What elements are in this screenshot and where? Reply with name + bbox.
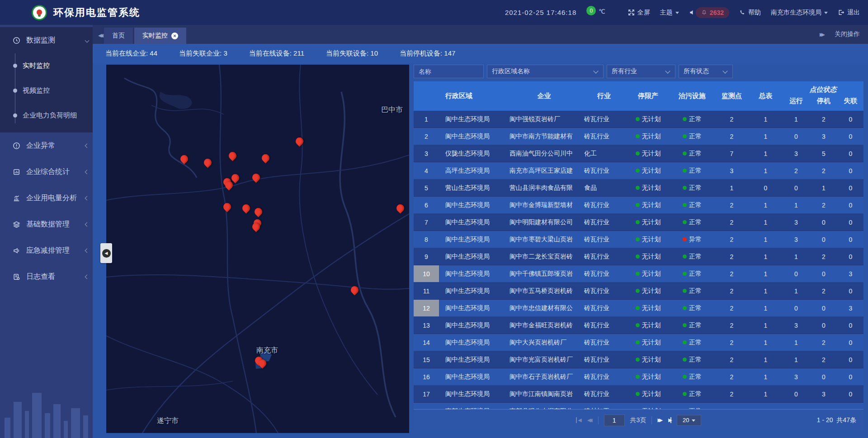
cell-production-status: 无计划 (627, 231, 670, 248)
table-row[interactable]: 4高坪生态环境局南充市高坪区王家店建砖瓦行业无计划正常31220 (414, 162, 863, 179)
table-row[interactable]: 10阆中生态环境局阆中千佛镇五郎垭页岩砖瓦行业无计划正常21003 (414, 265, 863, 283)
sidebar-item-label: 日志查看 (26, 272, 55, 282)
page-input[interactable] (604, 414, 625, 426)
table-row[interactable]: 9阆中生态环境局阆中市二龙长宝页岩砖砖瓦行业无计划正常21120 (414, 248, 863, 265)
cell-total: 1 (749, 145, 783, 162)
col-facility: 治污设施 (670, 81, 715, 111)
notification-count: 2632 (710, 9, 724, 16)
close-operations-button[interactable]: ▶▶ 关闭操作 (820, 30, 868, 44)
table-row[interactable]: 5营山生态环境局营山县润丰肉食品有限食品无计划正常10010 (414, 179, 863, 197)
sidebar-item-power-analysis[interactable]: 企业用电量分析 (0, 185, 93, 211)
chevron-down-icon (692, 419, 695, 422)
cell-lost: 0 (838, 231, 863, 248)
table-row[interactable]: 15阆中生态环境局阆中市光富页岩机砖厂砖瓦行业无计划正常21120 (414, 351, 863, 368)
page-first-button[interactable]: ◀ (576, 417, 581, 423)
table-row[interactable]: 17阆中生态环境局阆中市江南镇阆南页岩砖瓦行业无计划正常21030 (414, 386, 863, 403)
table-row[interactable]: 14阆中生态环境局阆中大兴页岩机砖厂砖瓦行业无计划正常21120 (414, 334, 863, 351)
table-row[interactable]: 11阆中生态环境局阆中市五马桥页岩机砖砖瓦行业无计划正常21120 (414, 283, 863, 300)
stats-bar: 当前在线企业: 44 当前失联企业: 3 当前在线设备: 211 当前失联设备:… (93, 44, 868, 63)
cell-stop: 2 (810, 403, 838, 409)
row-number: 15 (414, 351, 439, 368)
sidebar-item-enterprise-statistics[interactable]: 企业综合统计 (0, 159, 93, 185)
status-dot-green (683, 151, 687, 155)
table-row[interactable]: 12阆中生态环境局阆中市忠信建材有限公砖瓦行业无计划正常21003 (414, 300, 863, 317)
status-text: 正常 (689, 356, 702, 364)
page-prev-button[interactable]: ◀◀ (587, 417, 593, 423)
cell-company: 阆中市五马桥页岩机砖 (507, 283, 581, 299)
submenu-item-实时监控[interactable]: 实时监控 (0, 53, 93, 78)
tab-realtime-monitor[interactable]: 实时监控 × (134, 28, 186, 44)
industry-filter-select[interactable]: 所有行业 (607, 65, 675, 78)
row-number: 1 (414, 111, 439, 127)
sidebar-item-data-monitor[interactable]: 数据监测 (0, 27, 93, 53)
table-row[interactable]: 7阆中生态环境局阆中明阳建材有限公司砖瓦行业无计划正常21300 (414, 214, 863, 231)
col-stop: 停机 (810, 95, 838, 111)
row-number: 18 (414, 403, 439, 409)
sidebar: 数据监测实时监控视频监控企业电力负荷明细企业异常企业综合统计企业用电量分析基础数… (0, 25, 93, 438)
sidebar-item-log-view[interactable]: 日志查看 (0, 264, 93, 290)
cell-lost: 0 (838, 334, 863, 351)
status-text: 无计划 (642, 167, 661, 175)
cell-lost: 3 (838, 300, 863, 316)
sidebar-item-emergency-reduction[interactable]: 应急减排管理 (0, 237, 93, 264)
mute-button[interactable] (689, 9, 696, 16)
cell-monitor: 2 (715, 197, 749, 213)
page-size-select[interactable]: 20 (677, 415, 701, 426)
status-dot-green (636, 151, 640, 155)
help-button[interactable]: 帮助 (739, 9, 761, 17)
org-selector[interactable]: 南充市生态环境局 (771, 9, 828, 17)
status-text: 正常 (689, 321, 702, 330)
notification-badge[interactable]: 2632 (696, 7, 729, 18)
sidebar-item-enterprise-abnormal[interactable]: 企业异常 (0, 132, 93, 159)
tab-close-icon[interactable]: × (171, 33, 178, 39)
status-text: 正常 (689, 184, 702, 192)
page-last-button[interactable]: ▶ (668, 417, 671, 423)
name-filter-input[interactable] (414, 65, 484, 78)
cell-company: 南充市高坪区王家店建 (507, 162, 581, 179)
tab-home[interactable]: 首页 (104, 28, 133, 44)
table-row[interactable]: 13阆中生态环境局阆中市金福旺页岩机砖砖瓦行业无计划正常21300 (414, 317, 863, 334)
table-row[interactable]: 3仪陇生态环境局西南油气田分公司川中化工无计划正常71350 (414, 145, 863, 162)
submenu-item-视频监控[interactable]: 视频监控 (0, 78, 93, 103)
map-city-label: 遂宁市 (157, 416, 179, 426)
cell-industry: 砖瓦行业 (581, 368, 627, 385)
map-collapse-button[interactable]: ◀ (100, 243, 112, 263)
cell-facility-status: 正常 (670, 283, 715, 299)
submenu-item-企业电力负荷明细[interactable]: 企业电力负荷明细 (0, 103, 93, 128)
theme-selector[interactable]: 主题 (660, 9, 679, 17)
region-filter-select[interactable]: 行政区域名称 (487, 65, 604, 78)
cell-region: 仪陇生态环境局 (439, 145, 507, 162)
submenu-item-label: 实时监控 (23, 61, 50, 70)
table-row[interactable]: 2阆中生态环境局阆中市南方节能建材有砖瓦行业无计划正常21030 (414, 128, 863, 145)
status-text: 正常 (689, 201, 702, 209)
chevron-down-icon (722, 68, 727, 73)
logout-button[interactable]: 退出 (838, 9, 860, 17)
table-row[interactable]: 16阆中生态环境局阆中市石子页岩机砖厂砖瓦行业无计划正常21300 (414, 368, 863, 386)
fullscreen-button[interactable]: 全屏 (628, 9, 650, 17)
cell-region: 阆中生态环境局 (439, 368, 507, 385)
clock-icon (13, 37, 20, 44)
status-text: 无计划 (642, 235, 661, 244)
table-row[interactable]: 1阆中生态环境局阆中强锐页岩砖厂砖瓦行业无计划正常21120 (414, 111, 863, 128)
map-panel[interactable]: 巴中市南充市遂宁市 ◀ (106, 65, 409, 433)
cell-run: 0 (783, 403, 810, 409)
status-text: 异常 (689, 235, 702, 244)
status-filter-select[interactable]: 所有状态 (679, 65, 733, 78)
cell-total: 1 (749, 214, 783, 231)
page-next-button[interactable]: ▶▶ (657, 417, 663, 423)
table-row[interactable]: 6阆中生态环境局阆中市金博瑞新型墙材砖瓦行业无计划正常21120 (414, 197, 863, 214)
cell-region: 阆中生态环境局 (439, 265, 507, 282)
cell-region: 营山生态环境局 (439, 179, 507, 196)
cell-company: 阆中市石子页岩机砖厂 (507, 368, 581, 385)
table-row[interactable]: 18南部生态环境局南部县砚化水泥有限公建材加工无计划正常20020 (414, 403, 863, 409)
tabs-scroll-right-icon[interactable]: ▶▶ (820, 32, 823, 38)
row-number: 17 (414, 386, 439, 402)
chevron-left-icon (85, 196, 90, 200)
table-row[interactable]: 8阆中生态环境局阆中市枣碧大梁山页岩砖瓦行业无计划异常21300 (414, 231, 863, 248)
sidebar-item-base-data[interactable]: 基础数据管理 (0, 211, 93, 237)
cell-monitor: 2 (715, 403, 749, 409)
status-dot-green (683, 254, 687, 259)
sidebar-item-label: 企业异常 (26, 141, 55, 151)
status-dot-green (636, 340, 640, 344)
tabs-scroll-left-icon[interactable]: ◀◀ (93, 33, 104, 44)
